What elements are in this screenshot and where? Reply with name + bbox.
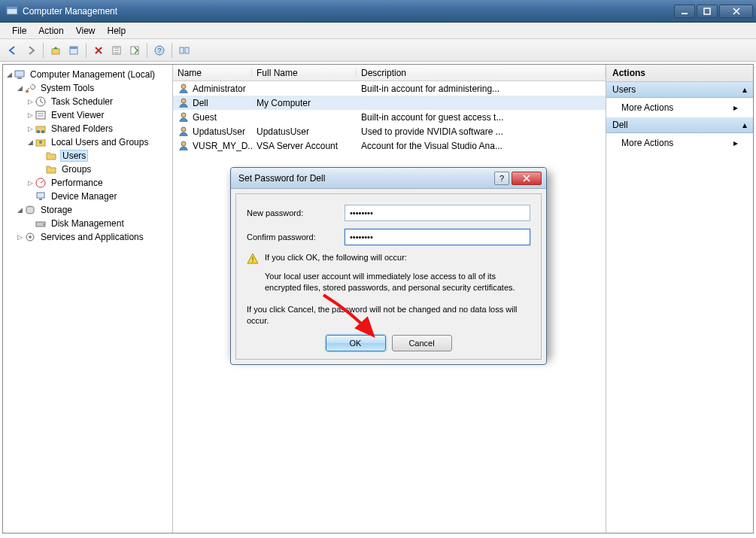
actions-more-users[interactable]: More Actions ▸	[606, 98, 753, 117]
set-password-dialog: Set Password for Dell ? New password: Co…	[230, 167, 547, 365]
view-options-button[interactable]	[176, 42, 193, 59]
svg-rect-3	[704, 8, 710, 14]
tree-root[interactable]: ◢ Computer Management (Local)	[5, 68, 171, 81]
tree-shared-folders[interactable]: ▷ Shared Folders	[5, 122, 171, 135]
svg-rect-11	[180, 47, 184, 53]
up-button[interactable]	[47, 42, 64, 59]
collapse-icon[interactable]: ◢	[15, 206, 24, 214]
expand-icon[interactable]: ▷	[26, 179, 35, 187]
collapse-icon[interactable]: ◢	[5, 71, 14, 78]
table-row[interactable]: UpdatusUserUpdatusUserUsed to provide NV…	[173, 124, 606, 138]
table-row[interactable]: VUSR_MY_D...VSA Server AccountAccount fo…	[173, 138, 606, 153]
tree-groups[interactable]: Groups	[5, 163, 171, 176]
user-icon	[178, 126, 190, 138]
device-icon	[35, 190, 47, 202]
users-folder-icon	[35, 136, 47, 148]
confirm-password-input[interactable]	[345, 229, 530, 245]
col-fullname[interactable]: Full Name	[252, 68, 357, 78]
svg-text:?: ?	[157, 47, 161, 54]
tree-system-tools[interactable]: ◢ System Tools	[5, 81, 171, 95]
help-button[interactable]: ?	[151, 42, 168, 59]
tree-event-viewer[interactable]: ▷ Event Viewer	[5, 108, 171, 122]
actions-section-users[interactable]: Users ▴	[606, 82, 753, 98]
svg-rect-4	[52, 49, 59, 54]
warning-body: Your local user account will immediately…	[265, 271, 530, 293]
col-description[interactable]: Description	[357, 68, 606, 78]
maximize-button[interactable]	[697, 5, 718, 18]
window-title: Computer Management	[23, 6, 674, 17]
new-password-input[interactable]	[345, 205, 530, 221]
tree-services-apps[interactable]: ▷ Services and Applications	[5, 230, 171, 244]
collapse-icon[interactable]: ◢	[26, 138, 35, 146]
svg-point-35	[181, 141, 186, 146]
actions-pane: Actions Users ▴ More Actions ▸ Dell ▴ Mo…	[606, 65, 753, 533]
shared-folder-icon	[35, 123, 47, 135]
event-icon	[35, 109, 47, 121]
cancel-button[interactable]: Cancel	[392, 335, 452, 351]
col-name[interactable]: Name	[173, 68, 252, 78]
chevron-right-icon: ▸	[733, 138, 738, 148]
tree-disk-management[interactable]: Disk Management	[5, 217, 171, 230]
expand-icon[interactable]: ▷	[26, 111, 35, 119]
ok-button[interactable]: OK	[326, 335, 386, 351]
storage-icon	[24, 204, 36, 216]
clock-icon	[35, 96, 47, 108]
titlebar: Computer Management	[0, 0, 756, 23]
svg-rect-37	[252, 261, 254, 263]
disk-icon	[35, 217, 47, 229]
expand-icon[interactable]: ▷	[26, 98, 35, 105]
svg-rect-1	[7, 7, 17, 9]
collapse-icon[interactable]: ◢	[15, 84, 24, 92]
svg-rect-12	[185, 47, 189, 53]
table-row[interactable]: AdministratorBuilt-in account for admini…	[173, 81, 606, 96]
tree-storage[interactable]: ◢ Storage	[5, 203, 171, 217]
svg-rect-14	[17, 78, 22, 79]
chevron-right-icon: ▸	[733, 102, 738, 113]
properties-button[interactable]	[65, 42, 82, 59]
refresh-button[interactable]	[108, 42, 125, 59]
tree-task-scheduler[interactable]: ▷ Task Scheduler	[5, 95, 171, 108]
svg-rect-13	[15, 71, 24, 77]
expand-icon[interactable]: ▷	[26, 125, 35, 132]
table-row[interactable]: DellMy Computer	[173, 96, 606, 110]
svg-point-30	[29, 236, 32, 239]
delete-button[interactable]	[90, 42, 107, 59]
warning-icon	[247, 253, 259, 266]
dialog-titlebar[interactable]: Set Password for Dell ?	[231, 168, 546, 189]
dialog-title: Set Password for Dell	[238, 173, 492, 184]
folder-icon	[45, 150, 57, 162]
svg-point-31	[181, 84, 186, 89]
expand-icon[interactable]: ▷	[15, 233, 24, 241]
warning-heading: If you click OK, the following will occu…	[265, 253, 407, 266]
tree-performance[interactable]: ▷ Performance	[5, 176, 171, 190]
menu-file[interactable]: File	[6, 24, 32, 38]
menu-action[interactable]: Action	[32, 24, 69, 38]
close-button[interactable]	[719, 5, 753, 18]
user-icon	[178, 111, 190, 123]
actions-more-dell[interactable]: More Actions ▸	[606, 133, 753, 153]
export-button[interactable]	[126, 42, 143, 59]
list-header: Name Full Name Description	[173, 65, 606, 81]
actions-header: Actions	[606, 65, 753, 82]
svg-point-32	[181, 99, 186, 103]
dialog-close-button[interactable]	[512, 172, 542, 185]
cancel-body: If you click Cancel, the password will n…	[247, 304, 530, 327]
tree-local-users-groups[interactable]: ◢ Local Users and Groups	[5, 135, 171, 149]
tree-pane: ◢ Computer Management (Local) ◢ System T…	[3, 65, 173, 533]
svg-rect-36	[252, 257, 254, 260]
back-button[interactable]	[5, 42, 21, 59]
app-icon	[6, 5, 18, 17]
svg-point-22	[39, 141, 42, 144]
actions-section-dell[interactable]: Dell ▴	[606, 117, 753, 133]
table-row[interactable]: GuestBuilt-in account for guest access t…	[173, 110, 606, 124]
minimize-button[interactable]	[674, 5, 695, 18]
new-password-label: New password:	[247, 208, 345, 217]
services-icon	[24, 231, 36, 243]
tree-device-manager[interactable]: Device Manager	[5, 190, 171, 203]
dialog-help-button[interactable]: ?	[494, 172, 509, 185]
tree-users[interactable]: Users	[5, 149, 171, 163]
svg-point-28	[43, 223, 44, 225]
menu-view[interactable]: View	[70, 24, 102, 38]
forward-button[interactable]	[23, 42, 39, 59]
menu-help[interactable]: Help	[102, 24, 132, 38]
